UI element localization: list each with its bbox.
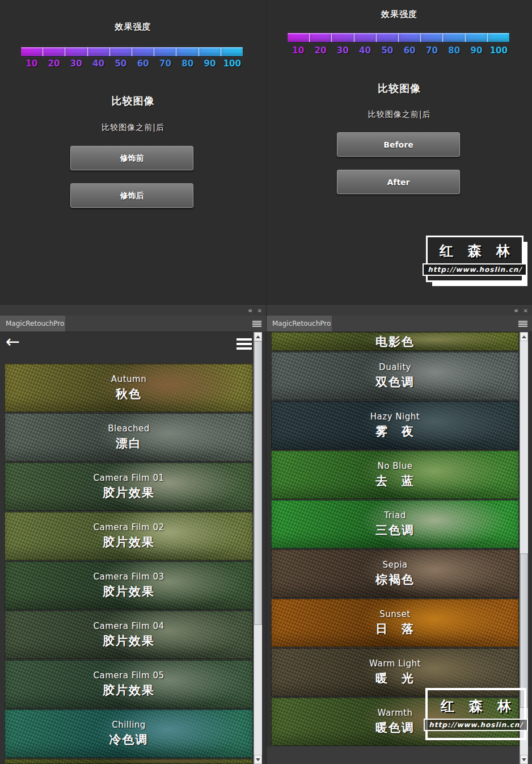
strength-gradient-bar[interactable]: [20, 47, 243, 57]
close-panel-icon[interactable]: ✕: [257, 306, 262, 316]
strength-tick[interactable]: 20: [43, 58, 65, 69]
preset-name-en: No Blue: [378, 461, 413, 471]
panel-tab[interactable]: MagicRetouchPro: [0, 316, 65, 331]
preset-name-zh: 冷色调: [109, 732, 149, 748]
preset-name-zh: 秋色: [116, 386, 142, 402]
strength-tick[interactable]: 10: [20, 58, 43, 69]
watermark-name: 红 森 林: [434, 242, 516, 260]
panel-tab-row: MagicRetouchPro: [0, 316, 266, 332]
scrollbar-thumb[interactable]: [254, 341, 262, 625]
strength-tick[interactable]: 40: [354, 45, 376, 56]
strength-section-left: 效果强度 102030405060708090100 比较图像 比较图像之前|后…: [0, 0, 266, 305]
strength-tick-labels: 102030405060708090100: [20, 58, 243, 69]
panel-tab[interactable]: MagicRetouchPro: [267, 316, 332, 331]
strength-tick[interactable]: 100: [221, 58, 243, 69]
after-button[interactable]: After: [337, 170, 460, 194]
panel-menu-icon[interactable]: [252, 321, 261, 327]
strength-tick[interactable]: 20: [309, 45, 331, 56]
preset-item[interactable]: Hazy Night 雾 夜: [271, 401, 519, 450]
strength-tick[interactable]: 60: [398, 45, 420, 56]
strength-tick[interactable]: 80: [443, 45, 465, 56]
preset-item[interactable]: Chilling 冷色调: [5, 710, 253, 758]
preset-name-zh: 暖 光: [375, 670, 415, 686]
strength-tick[interactable]: 10: [287, 45, 309, 56]
strength-gradient-bar[interactable]: [287, 32, 510, 43]
preset-item[interactable]: Autumn 秋色: [5, 364, 253, 412]
hamburger-menu-icon[interactable]: [237, 338, 252, 350]
back-arrow-icon[interactable]: ←: [6, 332, 20, 351]
before-button[interactable]: Before: [337, 132, 460, 157]
preset-item[interactable]: Camera Film 02 胶片效果: [5, 512, 253, 560]
preset-name-zh: 棕褐色: [375, 572, 415, 587]
scrollbar[interactable]: [254, 332, 262, 764]
preset-name-zh: 胶片效果: [103, 633, 155, 649]
preset-name-zh: 双色调: [375, 374, 415, 390]
preset-name-zh: 日 落: [375, 621, 415, 637]
preset-name-zh: 三色调: [375, 522, 415, 538]
preset-name-en: Duality: [379, 362, 411, 372]
preset-item[interactable]: Sunset 日 落: [271, 599, 519, 647]
preset-name-zh: 暖色调: [375, 720, 415, 736]
watermark-url: http://www.hoslin.cn/: [424, 719, 528, 731]
after-button[interactable]: 修饰后: [70, 183, 193, 208]
scroll-up-button[interactable]: [254, 332, 262, 341]
strength-tick[interactable]: 100: [488, 45, 510, 56]
panel-chrome: « ✕: [0, 305, 266, 316]
strength-tick[interactable]: 70: [421, 45, 443, 56]
close-panel-icon[interactable]: ✕: [523, 306, 528, 316]
plugin-panel-right: « ✕ MagicRetouchPro 电影色 Duality 双色调 Hazy…: [266, 305, 532, 764]
strength-tick[interactable]: 50: [376, 45, 398, 56]
collapse-panel-icon[interactable]: «: [248, 306, 252, 316]
preset-item[interactable]: Sepia 棕褐色: [271, 549, 519, 598]
strength-title: 效果强度: [267, 9, 532, 20]
strength-tick[interactable]: 90: [199, 58, 221, 69]
strength-tick[interactable]: 50: [109, 58, 132, 69]
collapse-panel-icon[interactable]: «: [514, 306, 518, 316]
preset-item[interactable]: Camera Film 03 胶片效果: [5, 561, 253, 610]
panel-menu-icon[interactable]: [518, 321, 527, 327]
strength-tick[interactable]: 80: [176, 58, 199, 69]
preset-name-en: Hazy Night: [370, 412, 420, 422]
watermark-name: 红 森 林: [436, 697, 517, 715]
preset-item[interactable]: No Blue 去 蓝: [271, 451, 519, 499]
preset-item[interactable]: Camera Film 05 胶片效果: [5, 660, 253, 708]
strength-tick[interactable]: 90: [465, 45, 487, 56]
compare-subtitle: 比较图像之前|后: [267, 110, 532, 120]
preset-name-en: Warmth: [378, 708, 413, 718]
preset-item-partial[interactable]: 电影色: [271, 332, 519, 351]
strength-tick[interactable]: 30: [332, 45, 354, 56]
triangle-up-icon: [256, 335, 260, 338]
preset-name-en: Sunset: [379, 609, 410, 619]
preset-name-zh: 胶片效果: [103, 485, 155, 501]
strength-tick[interactable]: 40: [87, 58, 109, 69]
preset-item[interactable]: Bleached 漂白: [5, 413, 253, 461]
preset-name-zh: 去 蓝: [375, 473, 415, 489]
preset-item[interactable]: Camera Film 04 胶片效果: [5, 611, 253, 659]
preset-name-zh: 雾 夜: [375, 423, 415, 439]
preset-name-en: Triad: [384, 510, 406, 520]
scroll-up-button[interactable]: [520, 332, 528, 341]
panel-chrome: « ✕: [267, 305, 532, 316]
strength-tick[interactable]: 60: [132, 58, 154, 69]
preset-item[interactable]: Camera Film 01 胶片效果: [5, 463, 253, 511]
preset-item[interactable]: Duality 双色调: [271, 352, 519, 400]
before-button[interactable]: 修饰前: [70, 146, 193, 170]
watermark-box: 红 森 林 http://www.hoslin.cn/: [426, 236, 523, 282]
scroll-down-button[interactable]: [520, 755, 528, 764]
triangle-down-icon: [522, 758, 526, 761]
scroll-down-button[interactable]: [254, 755, 262, 764]
scrollbar-thumb[interactable]: [520, 553, 528, 708]
strength-tick[interactable]: 30: [65, 58, 87, 69]
triangle-up-icon: [522, 335, 526, 338]
preset-item[interactable]: Triad 三色调: [271, 500, 519, 548]
watermark-url: http://www.hoslin.cn/: [423, 263, 527, 276]
preset-list: Autumn 秋色 Bleached 漂白 Camera Film 01 胶片效…: [5, 364, 253, 759]
preset-list-wrap: 电影色: [271, 332, 519, 352]
preset-name-en: Camera Film 04: [94, 621, 164, 631]
preset-name-zh: 胶片效果: [103, 584, 155, 599]
preset-name-en: Camera Film 02: [94, 522, 164, 532]
strength-section-right: 效果强度 102030405060708090100 比较图像 比较图像之前|后…: [266, 0, 532, 305]
watermark-box: 红 森 林 http://www.hoslin.cn/: [425, 688, 526, 740]
preset-item-partial[interactable]: [5, 759, 253, 764]
strength-tick[interactable]: 70: [154, 58, 176, 69]
